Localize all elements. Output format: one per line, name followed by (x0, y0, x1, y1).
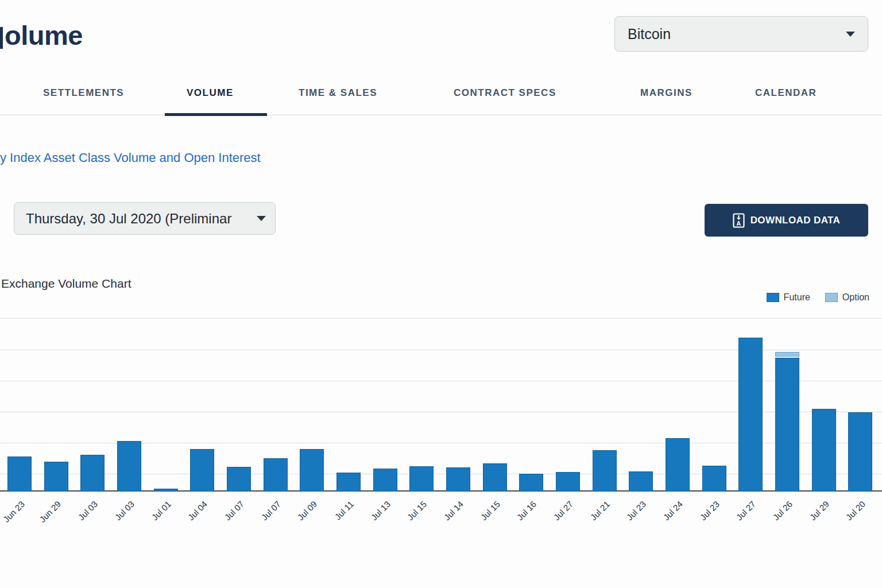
bar-future (666, 438, 690, 491)
download-data-button[interactable]: A DOWNLOAD DATA (705, 204, 868, 237)
chevron-down-icon (257, 216, 266, 221)
bar-group: Jul 15 (477, 313, 513, 491)
asset-class-link[interactable]: y Index Asset Class Volume and Open Inte… (0, 150, 261, 165)
tab-contract-specs[interactable]: CONTRACT SPECS (454, 87, 556, 99)
tab-volume[interactable]: VOLUME (187, 87, 234, 99)
x-axis-label: Jul 27 (734, 499, 757, 522)
x-axis-label: Jul 26 (771, 499, 794, 522)
bar-future (556, 472, 580, 491)
volume-chart: Jun 23Jun 29Jul 03Jul 03Jul 01Jul 04Jul … (0, 313, 882, 491)
bar-group: Jul 24 (659, 313, 696, 491)
x-axis-label: Jul 15 (478, 499, 501, 522)
bar-future (336, 473, 361, 491)
chevron-down-icon (846, 32, 855, 37)
bar-future (44, 462, 68, 491)
product-select[interactable]: Bitcoin (614, 16, 868, 52)
bar-future (446, 467, 470, 491)
active-tab-indicator (165, 113, 267, 116)
bar-group: Jul 07 (257, 313, 294, 491)
bar-group: Jul 11 (330, 313, 367, 491)
bar-future (848, 412, 872, 491)
bar-group: Jul 16 (513, 313, 550, 491)
bar-group: Jul 29 (806, 313, 842, 491)
bar-future (409, 466, 434, 491)
x-axis-label: Jul 03 (113, 499, 136, 522)
bar-group: Jul 14 (440, 313, 477, 491)
bar-future (154, 489, 178, 491)
legend-label-option: Option (842, 292, 869, 303)
bar-future (483, 463, 507, 491)
legend-swatch-option (825, 293, 838, 302)
x-axis-label: Jul 11 (332, 499, 355, 522)
tab-time-and-sales[interactable]: TIME & SALES (299, 87, 377, 99)
date-select-value: Thursday, 30 Jul 2020 (Preliminar (26, 211, 231, 227)
x-axis-label: Jul 09 (296, 499, 319, 522)
x-axis-label: Jul 04 (186, 499, 209, 522)
legend-swatch-future (767, 293, 779, 302)
x-axis-label: Jul 27 (552, 499, 575, 522)
bar-group: Jul 09 (293, 313, 330, 491)
x-axis-label: Jul 07 (223, 499, 246, 522)
bar-future (300, 449, 324, 491)
bar-future (373, 469, 397, 491)
x-axis-label: Jul 16 (515, 499, 538, 522)
bar-future (264, 458, 288, 491)
chart-heading: Exchange Volume Chart (1, 277, 131, 291)
x-axis-label: Jul 20 (844, 499, 867, 522)
bar-future (117, 441, 141, 491)
bar-group: Jul 21 (586, 313, 623, 491)
chart-bars-row: Jun 23Jun 29Jul 03Jul 03Jul 01Jul 04Jul … (1, 313, 879, 491)
x-axis-label: Jun 29 (38, 499, 63, 524)
bar-future (80, 455, 105, 491)
legend-item-option[interactable]: Option (825, 292, 869, 303)
bar-option (775, 352, 799, 357)
x-axis-label: Jul 14 (442, 499, 465, 522)
bar-group: Jul 13 (367, 313, 404, 491)
x-axis-label: Jul 21 (588, 499, 611, 522)
date-select[interactable]: Thursday, 30 Jul 2020 (Preliminar (14, 202, 276, 235)
x-axis-label: Jun 23 (1, 499, 26, 524)
download-icon: A (733, 213, 745, 228)
x-axis-label: Jul 23 (625, 499, 648, 522)
x-axis-label: Jul 23 (698, 499, 721, 522)
bar-group: Jul 26 (769, 313, 806, 491)
bar-group: Jul 27 (550, 313, 586, 491)
bar-future (775, 358, 799, 491)
legend-item-future[interactable]: Future (767, 292, 810, 303)
bar-future (190, 449, 214, 491)
x-axis-label: Jul 13 (369, 499, 392, 522)
clipped-title-letter-fragment (0, 27, 3, 49)
bar-future (7, 457, 32, 491)
legend-label-future: Future (784, 292, 810, 303)
tab-margins[interactable]: MARGINS (640, 87, 693, 99)
bar-future (519, 474, 543, 491)
bar-group: Jun 29 (38, 313, 75, 491)
bar-future (593, 450, 617, 491)
x-axis-label: Jul 03 (76, 499, 99, 522)
bar-group: Jul 15 (403, 313, 440, 491)
x-axis-label: Jul 24 (662, 499, 684, 522)
x-axis-label: Jul 15 (405, 499, 428, 522)
page-title: olume (5, 20, 83, 51)
tab-settlements[interactable]: SETTLEMENTS (43, 87, 124, 99)
bar-future (702, 466, 726, 491)
bar-group: Jul 03 (111, 313, 148, 491)
bar-group: Jul 07 (220, 313, 257, 491)
product-select-value: Bitcoin (628, 26, 671, 42)
bar-group: Jul 20 (842, 313, 879, 491)
bar-future (738, 338, 763, 491)
x-axis-label: Jul 07 (259, 499, 282, 522)
bar-future (812, 409, 836, 491)
svg-text:A: A (736, 219, 741, 226)
tab-calendar[interactable]: CALENDAR (755, 87, 817, 99)
bar-group: Jul 27 (732, 313, 769, 491)
chart-legend: Future Option (767, 292, 869, 303)
tabs-underline (0, 114, 882, 115)
download-button-label: DOWNLOAD DATA (751, 215, 841, 226)
bar-group: Jul 01 (148, 313, 184, 491)
bar-group: Jun 23 (1, 313, 38, 491)
x-axis-label: Jul 29 (807, 499, 830, 522)
bar-group: Jul 04 (184, 313, 220, 491)
bar-group: Jul 23 (622, 313, 659, 491)
bar-group: Jul 03 (74, 313, 111, 491)
